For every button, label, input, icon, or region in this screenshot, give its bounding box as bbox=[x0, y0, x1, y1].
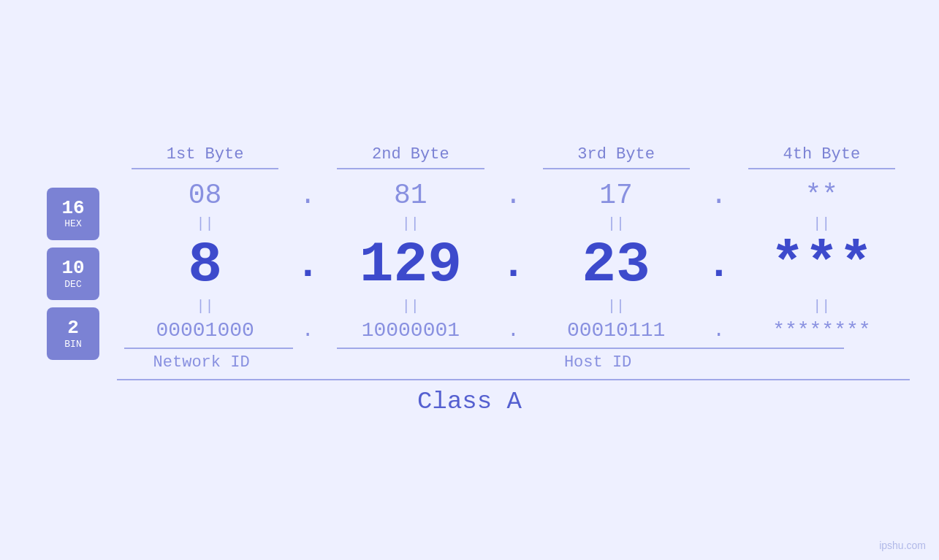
eq1-1: || bbox=[117, 215, 293, 232]
eq1-4: || bbox=[734, 215, 910, 232]
dec-byte3: 23 bbox=[582, 233, 650, 297]
dot-bin-1: . bbox=[300, 319, 316, 342]
hex-byte2: 81 bbox=[394, 180, 427, 211]
host-id-bracket bbox=[337, 348, 844, 349]
badges-column: 16 HEX 10 DEC 2 BIN bbox=[29, 177, 117, 372]
network-id-bracket bbox=[124, 348, 293, 349]
bin-badge: 2 BIN bbox=[47, 307, 99, 360]
hex-badge-num: 16 bbox=[61, 198, 84, 219]
main-container: 1st Byte 2nd Byte 3rd Byte 4th Byte 16 H… bbox=[0, 0, 939, 560]
network-id-label: Network ID bbox=[153, 353, 250, 372]
dot-dec-2: . bbox=[500, 242, 528, 288]
hex-byte3: 17 bbox=[599, 180, 633, 211]
hex-badge-label: HEX bbox=[64, 218, 81, 229]
host-id-label: Host ID bbox=[564, 353, 631, 372]
eq1-3: || bbox=[528, 215, 704, 232]
bin-byte3: 00010111 bbox=[567, 319, 665, 342]
hex-byte4: ** bbox=[805, 180, 839, 211]
byte3-label: 3rd Byte bbox=[577, 145, 655, 164]
class-label: Class A bbox=[417, 388, 522, 415]
dec-badge-num: 10 bbox=[61, 258, 84, 279]
dot-hex-1: . bbox=[298, 180, 318, 211]
bin-badge-num: 2 bbox=[67, 318, 79, 339]
dec-byte1: 8 bbox=[188, 233, 222, 297]
dot-hex-3: . bbox=[709, 180, 729, 211]
dot-bin-2: . bbox=[506, 319, 521, 342]
bin-byte4: ******** bbox=[772, 319, 870, 342]
bin-byte2: 10000001 bbox=[362, 319, 460, 342]
eq2-3: || bbox=[528, 298, 704, 315]
eq2-4: || bbox=[734, 298, 910, 315]
dot-dec-3: . bbox=[705, 242, 733, 288]
dec-badge-label: DEC bbox=[64, 279, 81, 290]
dec-byte2: 129 bbox=[360, 233, 462, 297]
byte1-label: 1st Byte bbox=[167, 145, 244, 164]
bin-badge-label: BIN bbox=[64, 339, 81, 350]
watermark: ipshu.com bbox=[879, 540, 926, 551]
byte2-bracket bbox=[337, 168, 484, 169]
dec-badge: 10 DEC bbox=[47, 248, 99, 300]
bin-byte1: 00001000 bbox=[156, 319, 254, 342]
dot-dec-1: . bbox=[294, 242, 322, 288]
byte4-bracket bbox=[748, 168, 895, 169]
byte3-bracket bbox=[543, 168, 690, 169]
hex-byte1: 08 bbox=[189, 180, 222, 211]
eq1-2: || bbox=[322, 215, 498, 232]
dot-hex-2: . bbox=[503, 180, 523, 211]
byte2-label: 2nd Byte bbox=[372, 145, 449, 164]
byte4-label: 4th Byte bbox=[783, 145, 861, 164]
byte1-bracket bbox=[132, 168, 278, 169]
class-bracket bbox=[117, 379, 910, 380]
dot-bin-3: . bbox=[711, 319, 726, 342]
eq2-1: || bbox=[117, 298, 293, 315]
hex-badge: 16 HEX bbox=[47, 188, 99, 240]
dec-byte4: *** bbox=[770, 233, 873, 297]
eq2-2: || bbox=[322, 298, 498, 315]
